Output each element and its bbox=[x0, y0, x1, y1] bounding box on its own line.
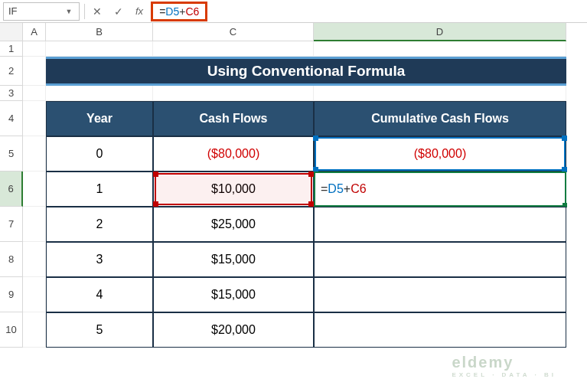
cell-b7[interactable]: 2 bbox=[46, 207, 153, 242]
row-header-9[interactable]: 9 bbox=[0, 277, 23, 312]
header-year[interactable]: Year bbox=[46, 101, 153, 136]
cell-a5[interactable] bbox=[23, 136, 46, 172]
header-cash-flows[interactable]: Cash Flows bbox=[153, 101, 314, 136]
cell-d7[interactable] bbox=[314, 207, 566, 242]
cell-c1[interactable] bbox=[153, 41, 314, 57]
cell-a9[interactable] bbox=[23, 277, 46, 312]
cell-d9[interactable] bbox=[314, 277, 566, 312]
cell-d5[interactable]: ($80,000) bbox=[314, 136, 566, 172]
divider bbox=[84, 4, 85, 19]
title-merged-cell[interactable]: Using Conventional Formula bbox=[46, 57, 566, 86]
cell-c6-value: $10,000 bbox=[211, 182, 256, 196]
cell-d8[interactable] bbox=[314, 242, 566, 277]
cell-a2[interactable] bbox=[23, 57, 46, 86]
row-header-2[interactable]: 2 bbox=[0, 57, 23, 86]
cell-b9[interactable]: 4 bbox=[46, 277, 153, 312]
dropdown-icon[interactable]: ▼ bbox=[64, 8, 74, 15]
cell-c5[interactable]: ($80,000) bbox=[153, 136, 314, 172]
check-icon: ✓ bbox=[114, 5, 123, 18]
cell-d10[interactable] bbox=[314, 312, 566, 348]
column-header-a[interactable]: A bbox=[23, 23, 46, 41]
cell-a7[interactable] bbox=[23, 207, 46, 242]
row-header-1[interactable]: 1 bbox=[0, 41, 23, 57]
row-header-4[interactable]: 4 bbox=[0, 101, 23, 136]
cell-c8[interactable]: $15,000 bbox=[153, 242, 314, 277]
column-header-c[interactable]: C bbox=[153, 23, 314, 41]
cell-d3[interactable] bbox=[314, 86, 566, 101]
formula-bar: IF ▼ ✕ ✓ fx =D5+C6 bbox=[0, 0, 587, 23]
header-cumulative[interactable]: Cumulative Cash Flows bbox=[314, 101, 566, 136]
cell-c3[interactable] bbox=[153, 86, 314, 101]
cell-d5-value: ($80,000) bbox=[414, 147, 467, 161]
cell-a8[interactable] bbox=[23, 242, 46, 277]
formula-input[interactable]: =D5+C6 bbox=[149, 2, 587, 21]
name-box[interactable]: IF ▼ bbox=[3, 2, 80, 21]
cell-c6[interactable]: $10,000 bbox=[153, 172, 314, 207]
cell-b8[interactable]: 3 bbox=[46, 242, 153, 277]
cell-c10[interactable]: $20,000 bbox=[153, 312, 314, 348]
row-header-5[interactable]: 5 bbox=[0, 136, 23, 172]
row-header-10[interactable]: 10 bbox=[0, 312, 23, 348]
formula-text: =D5+C6 bbox=[151, 2, 207, 21]
cell-d6[interactable]: =D5+C6 bbox=[314, 172, 566, 207]
name-box-value: IF bbox=[8, 5, 64, 17]
accept-button[interactable]: ✓ bbox=[108, 2, 129, 21]
cell-b3[interactable] bbox=[46, 86, 153, 101]
cell-b6[interactable]: 1 bbox=[46, 172, 153, 207]
row-header-8[interactable]: 8 bbox=[0, 242, 23, 277]
row-header-6[interactable]: 6 bbox=[0, 172, 23, 207]
row-header-7[interactable]: 7 bbox=[0, 207, 23, 242]
cancel-button[interactable]: ✕ bbox=[86, 2, 108, 21]
cell-c9[interactable]: $15,000 bbox=[153, 277, 314, 312]
close-icon: ✕ bbox=[93, 5, 102, 18]
cell-a4[interactable] bbox=[23, 101, 46, 136]
cell-b1[interactable] bbox=[46, 41, 153, 57]
cell-a1[interactable] bbox=[23, 41, 46, 57]
fx-label[interactable]: fx bbox=[135, 5, 143, 17]
cell-a3[interactable] bbox=[23, 86, 46, 101]
row-header-3[interactable]: 3 bbox=[0, 86, 23, 101]
column-header-d[interactable]: D bbox=[314, 23, 566, 41]
cell-b5[interactable]: 0 bbox=[46, 136, 153, 172]
cell-c7[interactable]: $25,000 bbox=[153, 207, 314, 242]
cell-d1[interactable] bbox=[314, 41, 566, 57]
cell-b10[interactable]: 5 bbox=[46, 312, 153, 348]
select-all-corner[interactable] bbox=[0, 23, 23, 41]
cell-a10[interactable] bbox=[23, 312, 46, 348]
column-header-b[interactable]: B bbox=[46, 23, 153, 41]
spreadsheet-grid: A B C D 1 2 Using Conventional Formula 3… bbox=[0, 23, 587, 392]
cell-a6[interactable] bbox=[23, 172, 46, 207]
